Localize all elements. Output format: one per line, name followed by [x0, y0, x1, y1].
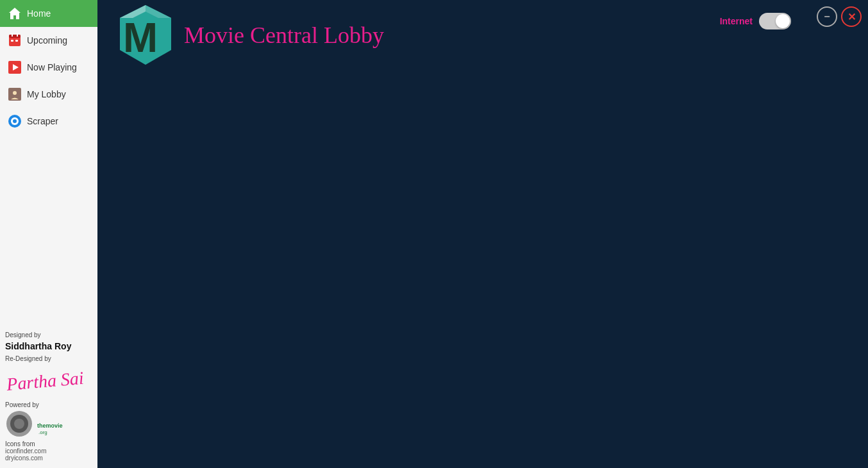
sidebar-item-now-playing[interactable]: Now Playing — [0, 54, 97, 81]
internet-toggle[interactable] — [759, 13, 791, 29]
sidebar-item-my-lobby[interactable]: My Lobby — [0, 81, 97, 108]
internet-toggle-area: Internet — [720, 13, 791, 29]
svg-rect-6 — [15, 40, 18, 42]
icon-source-2: dryicons.com — [5, 455, 92, 462]
header: M Movie Central Lobby — [97, 0, 868, 71]
window-controls: − ✕ — [817, 6, 862, 27]
sidebar-item-my-lobby-label: My Lobby — [27, 89, 66, 99]
home-icon — [8, 6, 22, 21]
sidebar-item-now-playing-label: Now Playing — [27, 62, 77, 72]
sidebar-item-home[interactable]: Home — [0, 0, 97, 27]
scraper-icon — [8, 114, 22, 128]
sidebar-item-scraper[interactable]: Scraper — [0, 108, 97, 135]
svg-point-17 — [14, 419, 24, 429]
close-button[interactable]: ✕ — [841, 6, 862, 27]
redesigned-by-label: Re-Designed by — [5, 355, 92, 362]
sidebar-footer: Designed by Siddhartha Roy Re-Designed b… — [0, 325, 97, 468]
sidebar-item-upcoming[interactable]: Upcoming — [0, 27, 97, 54]
svg-rect-5 — [11, 40, 13, 42]
designed-by-label: Designed by — [5, 331, 92, 338]
tmdb-logo: themoviedb .org — [5, 411, 63, 437]
sidebar-item-home-label: Home — [27, 8, 51, 19]
icon-source-1: iconfinder.com — [5, 447, 92, 455]
sidebar: Home Upcoming Now Playing — [0, 0, 97, 468]
icons-from-label: Icons from — [5, 440, 92, 447]
upcoming-icon — [8, 33, 22, 47]
svg-marker-0 — [9, 8, 21, 19]
svg-text:Partha Sai: Partha Sai — [5, 368, 85, 394]
designer-name: Siddhartha Roy — [5, 341, 92, 351]
minimize-button[interactable]: − — [817, 6, 837, 27]
svg-rect-2 — [9, 35, 21, 38]
svg-text:themoviedb: themoviedb — [37, 422, 63, 429]
main-content — [97, 71, 868, 468]
now-playing-icon — [8, 60, 22, 74]
powered-by-label: Powered by — [5, 401, 92, 408]
svg-text:M: M — [123, 14, 158, 61]
svg-point-10 — [13, 91, 17, 95]
signature: Partha Sai — [5, 365, 92, 397]
logo-area: M Movie Central Lobby — [110, 2, 384, 69]
toggle-knob — [776, 14, 790, 28]
svg-text:.org: .org — [38, 430, 47, 435]
sidebar-item-upcoming-label: Upcoming — [27, 35, 67, 46]
logo-icon: M — [110, 2, 181, 69]
svg-point-13 — [13, 119, 17, 123]
internet-label: Internet — [720, 16, 753, 26]
sidebar-item-scraper-label: Scraper — [27, 116, 58, 126]
my-lobby-icon — [8, 87, 22, 101]
app-title: Movie Central Lobby — [184, 22, 384, 49]
